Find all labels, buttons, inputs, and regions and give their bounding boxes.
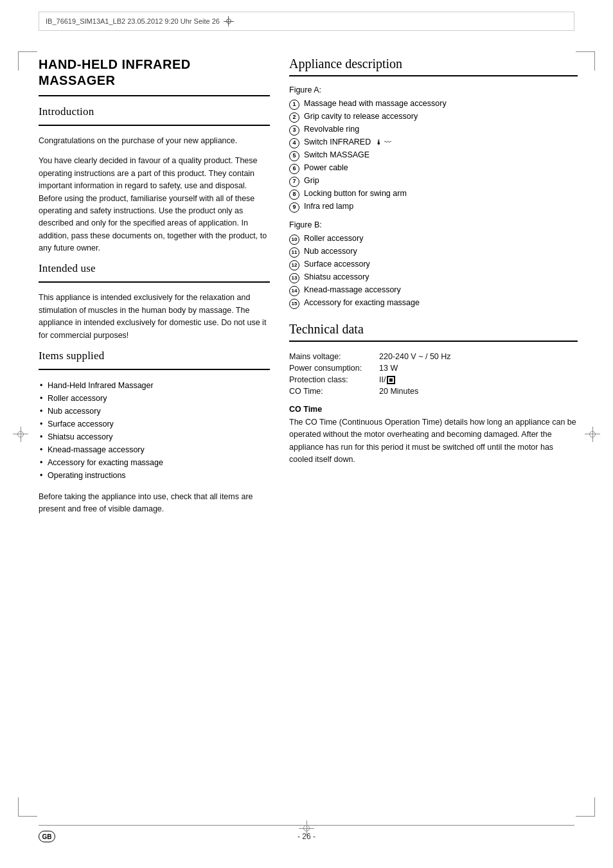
item-num: 5 bbox=[289, 151, 299, 161]
list-item: 6 Power cable bbox=[289, 161, 578, 174]
footer-divider bbox=[39, 825, 574, 826]
double-square-icon bbox=[387, 376, 395, 384]
items-supplied-heading: Items supplied bbox=[39, 350, 270, 362]
items-supplied-list: Hand-Held Infrared Massager Roller acces… bbox=[39, 379, 270, 482]
item-num: 13 bbox=[289, 273, 299, 283]
crosshair-right bbox=[585, 427, 600, 442]
item-num: 10 bbox=[289, 235, 299, 245]
corner-mark-br bbox=[576, 797, 595, 817]
intro-para1: Congratulations on the purchase of your … bbox=[39, 135, 270, 147]
item-num: 2 bbox=[289, 112, 299, 123]
footer-page: - 26 - bbox=[298, 832, 315, 841]
table-row: CO Time: 20 Minutes bbox=[289, 385, 578, 397]
list-item: 10 Roller accessory bbox=[289, 232, 578, 245]
main-content: HAND-HELD INFRARED MASSAGER Introduction… bbox=[0, 37, 613, 542]
figure-b-list: 10 Roller accessory 11 Nub accessory 12 … bbox=[289, 232, 578, 309]
list-item: 11 Nub accessory bbox=[289, 245, 578, 258]
item-num: 12 bbox=[289, 260, 299, 270]
tech-label: Mains voltage: bbox=[289, 351, 379, 362]
intended-use-heading: Intended use bbox=[39, 262, 270, 275]
technical-divider bbox=[289, 341, 578, 342]
main-title: HAND-HELD INFRARED MASSAGER bbox=[39, 57, 270, 89]
list-item: Hand-Held Infrared Massager bbox=[39, 379, 270, 392]
technical-table: Mains voltage: 220-240 V ~ / 50 Hz Power… bbox=[289, 351, 578, 397]
item-text: Power cable bbox=[304, 161, 348, 174]
item-num: 8 bbox=[289, 190, 299, 200]
list-item: Operating instructions bbox=[39, 469, 270, 482]
list-item: Accessory for exacting massage bbox=[39, 456, 270, 469]
co-time-text: The CO Time (Continuous Operation Time) … bbox=[289, 416, 578, 466]
appliance-divider bbox=[289, 75, 578, 76]
intended-divider bbox=[39, 281, 270, 283]
protection-symbol: II/ bbox=[379, 375, 395, 384]
header-bar-inner: IB_76619_SIM13A1_LB2 23.05.2012 9:20 Uhr… bbox=[39, 12, 574, 31]
footer-gb-label: GB bbox=[39, 831, 55, 842]
item-text: Revolvable ring bbox=[304, 123, 359, 136]
item-text: Accessory for exacting massage bbox=[304, 296, 420, 309]
co-time-heading: CO Time bbox=[289, 405, 578, 414]
ir-icon-1: 🌡 bbox=[375, 137, 382, 148]
tech-label: Protection class: bbox=[289, 374, 379, 385]
item-text: Nub accessory bbox=[304, 245, 357, 258]
list-item: Shiatsu accessory bbox=[39, 430, 270, 443]
left-column: HAND-HELD INFRARED MASSAGER Introduction… bbox=[39, 57, 270, 516]
list-item: 5 Switch MASSAGE bbox=[289, 148, 578, 161]
main-title-line2: MASSAGER bbox=[39, 73, 270, 89]
tech-value: 20 Minutes bbox=[379, 385, 578, 397]
list-item: 13 Shiatsu accessory bbox=[289, 270, 578, 283]
list-item: 9 Infra red lamp bbox=[289, 200, 578, 213]
list-item: 14 Knead-massage accessory bbox=[289, 283, 578, 296]
item-num: 7 bbox=[289, 177, 299, 187]
item-text: Massage head with massage accessory bbox=[304, 97, 447, 110]
list-item: Surface accessory bbox=[39, 418, 270, 430]
technical-data-heading: Technical data bbox=[289, 322, 578, 337]
list-item: 12 Surface accessory bbox=[289, 258, 578, 270]
item-num: 1 bbox=[289, 100, 299, 110]
right-column: Appliance description Figure A: 1 Massag… bbox=[289, 57, 578, 516]
list-item: 7 Grip bbox=[289, 174, 578, 187]
title-divider bbox=[39, 95, 270, 96]
figure-b-label: Figure B: bbox=[289, 220, 578, 229]
item-text: Shiatsu accessory bbox=[304, 270, 369, 283]
items-note: Before taking the appliance into use, ch… bbox=[39, 491, 270, 516]
list-item: 1 Massage head with massage accessory bbox=[289, 97, 578, 110]
tech-value: 220-240 V ~ / 50 Hz bbox=[379, 351, 578, 362]
intro-para2: You have clearly decided in favour of a … bbox=[39, 155, 270, 254]
table-row: Mains voltage: 220-240 V ~ / 50 Hz bbox=[289, 351, 578, 362]
footer: GB - 26 - bbox=[0, 825, 613, 842]
figure-a-list: 1 Massage head with massage accessory 2 … bbox=[289, 97, 578, 213]
list-item: Roller accessory bbox=[39, 392, 270, 405]
item-num: 4 bbox=[289, 138, 299, 148]
item-text: Locking button for swing arm bbox=[304, 187, 407, 200]
header-file-info: IB_76619_SIM13A1_LB2 23.05.2012 9:20 Uhr… bbox=[46, 17, 220, 25]
item-text: Roller accessory bbox=[304, 232, 363, 245]
item-num: 14 bbox=[289, 286, 299, 296]
item-num: 15 bbox=[289, 299, 299, 309]
list-item: 15 Accessory for exacting massage bbox=[289, 296, 578, 309]
header-crosshair bbox=[222, 15, 235, 28]
figure-a-label: Figure A: bbox=[289, 85, 578, 94]
item-text: Grip bbox=[304, 174, 319, 187]
list-item: Nub accessory bbox=[39, 405, 270, 418]
list-item: Knead-massage accessory bbox=[39, 443, 270, 456]
item-text: Grip cavity to release accessory bbox=[304, 110, 418, 123]
header-bar: IB_76619_SIM13A1_LB2 23.05.2012 9:20 Uhr… bbox=[0, 0, 613, 37]
tech-value: II/ bbox=[379, 374, 578, 385]
item-text: Switch MASSAGE bbox=[304, 148, 369, 161]
list-item: 3 Revolvable ring bbox=[289, 123, 578, 136]
tech-label: CO Time: bbox=[289, 385, 379, 397]
page-container: IB_76619_SIM13A1_LB2 23.05.2012 9:20 Uhr… bbox=[0, 0, 613, 868]
corner-mark-bl bbox=[18, 797, 37, 817]
list-item: 2 Grip cavity to release accessory bbox=[289, 110, 578, 123]
item-text: Switch INFRARED 🌡 〰 bbox=[304, 136, 391, 148]
crosshair-left bbox=[13, 427, 28, 442]
item-num: 3 bbox=[289, 125, 299, 136]
intro-divider bbox=[39, 125, 270, 126]
table-row: Power consumption: 13 W bbox=[289, 362, 578, 374]
item-num: 6 bbox=[289, 164, 299, 174]
appliance-desc-heading: Appliance description bbox=[289, 57, 578, 71]
list-item: 4 Switch INFRARED 🌡 〰 bbox=[289, 136, 578, 148]
item-text: Infra red lamp bbox=[304, 200, 353, 213]
items-divider bbox=[39, 369, 270, 370]
intended-use-para: This appliance is intended exclusively f… bbox=[39, 292, 270, 342]
